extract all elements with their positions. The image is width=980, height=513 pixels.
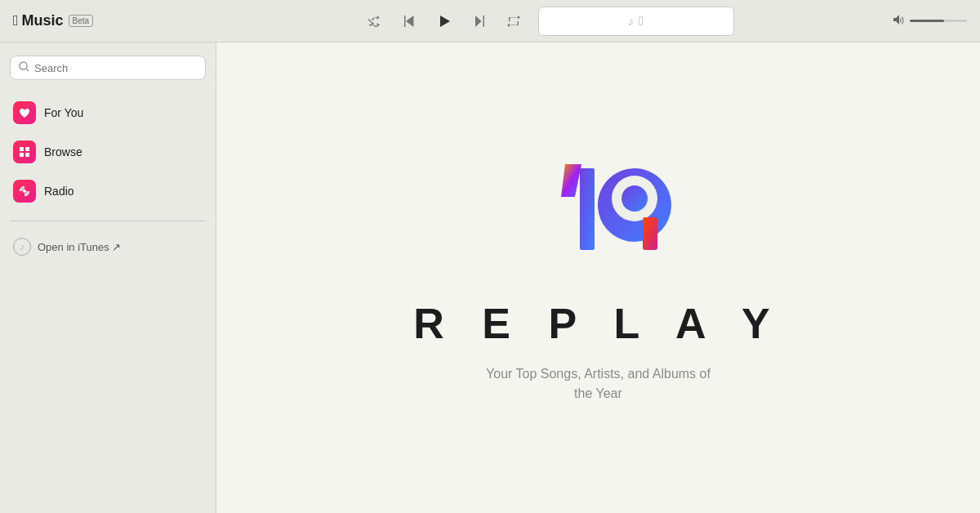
replay-container: R E P L A Y Your Top Songs, Artists, and… [381,119,815,436]
volume-fill [910,20,944,22]
svg-rect-3 [25,147,29,151]
radio-label: Radio [44,185,74,198]
search-icon [19,61,29,74]
for-you-label: For You [44,106,83,119]
search-input[interactable] [34,62,197,74]
for-you-icon [13,101,36,124]
sidebar: For You Browse Radio ♪ Open in iTunes ↗ [0,42,216,513]
svg-line-1 [27,69,29,72]
apple-logo-icon:  [13,12,19,29]
search-bar[interactable] [10,56,206,80]
app-branding:  Music Beta [0,12,216,29]
svg-rect-8 [580,168,595,250]
content-area: R E P L A Y Your Top Songs, Artists, and… [216,42,980,513]
browse-label: Browse [44,145,82,158]
svg-point-11 [621,185,648,212]
volume-control [882,15,980,27]
browse-icon [13,141,36,163]
nav-items: For You Browse Radio [0,93,216,211]
repeat-button[interactable] [504,12,523,30]
svg-point-0 [20,62,27,69]
radio-icon [13,180,36,203]
next-button[interactable] [470,12,489,30]
volume-icon [893,15,905,27]
svg-rect-2 [20,147,24,151]
replay-subtitle: Your Top Songs, Artists, and Albums of t… [483,364,712,404]
replay-title: R E P L A Y [413,299,782,348]
svg-marker-7 [561,164,581,197]
svg-rect-5 [25,153,29,157]
beta-badge: Beta [69,15,94,27]
transport-controls: ♪  [216,7,882,36]
music-note-icon: ♪ [628,15,634,28]
sidebar-divider [10,221,206,221]
replay-logo [516,152,679,283]
sidebar-item-for-you[interactable]: For You [3,93,212,132]
app-name: Music [22,12,64,29]
top-bar:  Music Beta ♪  [0,0,980,42]
svg-rect-4 [20,153,24,157]
sidebar-item-radio[interactable]: Radio [3,172,212,211]
main-layout: For You Browse Radio ♪ Open in iTunes ↗ [0,42,980,513]
open-itunes-label: Open in iTunes ↗ [38,241,121,253]
apple-center-icon:  [639,14,644,29]
play-button[interactable] [434,11,455,32]
volume-slider[interactable] [910,20,967,22]
previous-button[interactable] [399,12,419,30]
itunes-icon: ♪ [13,238,31,256]
svg-point-6 [23,190,26,193]
now-playing-area: ♪  [538,7,734,36]
shuffle-button[interactable] [365,12,385,30]
sidebar-item-browse[interactable]: Browse [3,132,212,172]
open-itunes-link[interactable]: ♪ Open in iTunes ↗ [0,231,216,262]
svg-rect-12 [643,217,657,250]
